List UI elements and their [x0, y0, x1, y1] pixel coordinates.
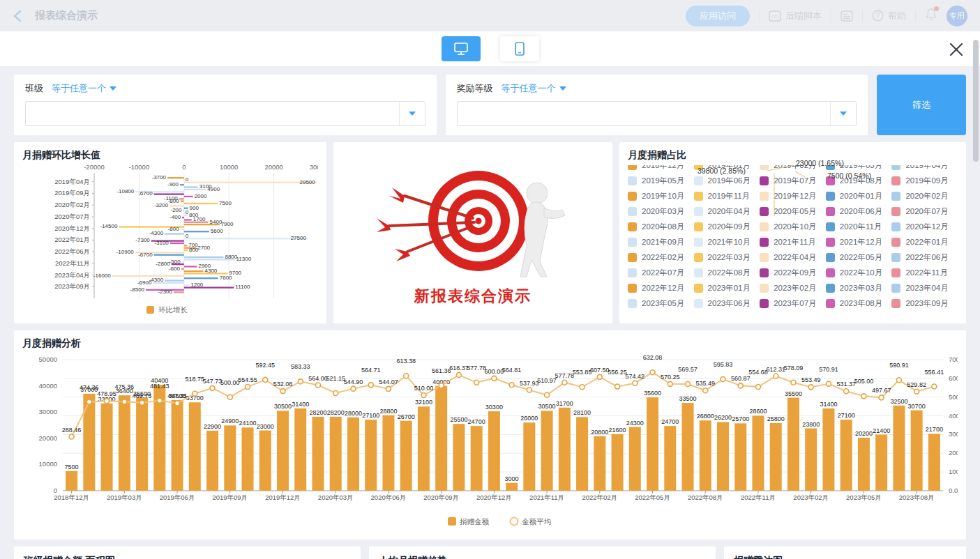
pie-legend-item[interactable]: 2022年03月	[694, 250, 760, 265]
desktop-view-button[interactable]	[442, 36, 481, 61]
growth-bar[interactable]	[183, 210, 184, 211]
avg-point[interactable]	[527, 388, 532, 392]
donation-bar[interactable]	[119, 395, 130, 491]
app-access-button[interactable]: 应用访问	[686, 6, 750, 26]
pie-legend-item[interactable]: 2022年12月	[628, 280, 694, 296]
donation-bar[interactable]	[928, 434, 940, 491]
avg-point[interactable]	[686, 382, 691, 387]
pie-legend-item[interactable]: 2022年06月	[891, 250, 958, 265]
avg-point[interactable]	[280, 389, 285, 394]
growth-bar[interactable]	[170, 243, 184, 244]
donation-bar[interactable]	[206, 431, 218, 491]
avg-point[interactable]	[721, 376, 725, 381]
pie-legend-item[interactable]: 2023年09月	[891, 296, 958, 311]
legend-swatch[interactable]	[146, 306, 154, 314]
avg-point[interactable]	[633, 381, 638, 385]
pie-legend-item[interactable]: 2020年12月	[891, 219, 958, 234]
pie-legend-item[interactable]: 2023年04月	[891, 280, 958, 296]
donation-bar[interactable]	[365, 420, 377, 491]
avg-point[interactable]	[210, 385, 215, 390]
pie-legend-item[interactable]: 2019年04月	[891, 165, 958, 173]
growth-bar[interactable]	[184, 259, 235, 260]
donation-bar[interactable]	[541, 411, 553, 491]
growth-bar[interactable]	[165, 233, 184, 234]
donation-bar[interactable]	[453, 424, 465, 491]
avg-point[interactable]	[774, 374, 778, 378]
pie-legend-item[interactable]: 2019年06月	[694, 173, 760, 188]
pie-legend-item[interactable]: 2023年01月	[694, 280, 760, 296]
growth-bar[interactable]	[180, 184, 184, 185]
donation-bar[interactable]	[576, 417, 588, 491]
growth-bar[interactable]	[184, 286, 234, 288]
avg-point[interactable]	[157, 398, 162, 403]
pie-legend-item[interactable]: 2019年01月	[694, 165, 760, 173]
donation-bar[interactable]	[875, 435, 887, 491]
donation-bar[interactable]	[189, 402, 201, 491]
avg-point[interactable]	[474, 380, 479, 385]
growth-bar[interactable]	[184, 186, 198, 187]
pie-legend-item[interactable]: 2022年02月	[628, 250, 694, 265]
donation-bar[interactable]	[382, 415, 394, 491]
pie-legend-item[interactable]: 2023年08月	[826, 296, 892, 311]
donation-bar[interactable]	[700, 420, 711, 491]
avg-point[interactable]	[844, 389, 849, 394]
close-icon[interactable]	[949, 43, 963, 56]
avg-point[interactable]	[333, 391, 338, 396]
donation-bar[interactable]	[682, 403, 694, 491]
avg-point[interactable]	[298, 379, 303, 384]
donation-bar[interactable]	[805, 429, 817, 491]
avg-point[interactable]	[668, 381, 672, 386]
growth-bar[interactable]	[165, 280, 184, 281]
legend-circle[interactable]	[511, 518, 518, 526]
class-operator-dropdown[interactable]: 等于任意一个	[52, 82, 116, 95]
avg-point[interactable]	[492, 376, 497, 381]
avg-point[interactable]	[879, 395, 884, 400]
growth-bar[interactable]	[184, 222, 209, 223]
pie-legend-item[interactable]: 2022年07月	[628, 265, 694, 280]
growth-bar[interactable]	[174, 291, 184, 293]
donation-bar[interactable]	[101, 404, 113, 491]
pie-legend-item[interactable]: 2022年10月	[826, 265, 892, 280]
avg-point[interactable]	[122, 399, 127, 404]
growth-bar[interactable]	[182, 217, 184, 218]
donation-bar[interactable]	[752, 415, 764, 491]
pie-legend-item[interactable]: 2023年03月	[826, 280, 892, 296]
avg-point[interactable]	[227, 395, 232, 399]
vertical-scrollbar[interactable]	[973, 40, 979, 162]
class-select[interactable]	[25, 101, 425, 126]
avg-point[interactable]	[703, 388, 708, 393]
avg-point[interactable]	[368, 383, 373, 388]
pie-legend-item[interactable]: 2019年08月	[826, 173, 892, 188]
growth-bar[interactable]	[179, 198, 184, 199]
growth-bar[interactable]	[184, 179, 185, 181]
backend-script-button[interactable]: </> 后端脚本	[769, 10, 822, 22]
donation-bar[interactable]	[664, 426, 676, 491]
reward-select[interactable]	[457, 101, 857, 126]
growth-bar[interactable]	[184, 224, 220, 225]
donation-bar[interactable]	[822, 408, 834, 491]
reward-operator-dropdown[interactable]: 等于任意一个	[502, 82, 566, 95]
pie-legend-item[interactable]: 2021年09月	[628, 234, 694, 250]
avg-point[interactable]	[315, 383, 320, 388]
avg-point[interactable]	[545, 392, 550, 397]
pie-legend-item[interactable]: 2020年05月	[760, 204, 826, 219]
pie-legend-item[interactable]: 2021年10月	[694, 234, 760, 250]
growth-bar[interactable]	[184, 277, 218, 279]
growth-bar[interactable]	[184, 236, 185, 237]
pie-legend-item[interactable]: 2019年11月	[694, 188, 760, 204]
avg-point[interactable]	[597, 374, 602, 379]
growth-bar[interactable]	[181, 229, 184, 230]
donation-bar[interactable]	[612, 434, 624, 491]
donation-bar[interactable]	[330, 417, 342, 491]
pie-legend-item[interactable]: 2020年10月	[760, 219, 826, 234]
donation-bar[interactable]	[594, 436, 605, 491]
pie-legend-item[interactable]: 2019年03月	[826, 165, 892, 173]
pie-legend-item[interactable]: 2022年01月	[891, 234, 958, 250]
growth-bar[interactable]	[184, 215, 188, 216]
pie-legend-item[interactable]: 2020年11月	[826, 219, 892, 234]
pie-legend-item[interactable]: 2020年01月	[826, 188, 892, 204]
avg-point[interactable]	[755, 385, 760, 390]
donation-bar[interactable]	[400, 421, 412, 491]
help-button[interactable]: ? 帮助	[872, 10, 906, 22]
growth-bar[interactable]	[182, 261, 184, 263]
